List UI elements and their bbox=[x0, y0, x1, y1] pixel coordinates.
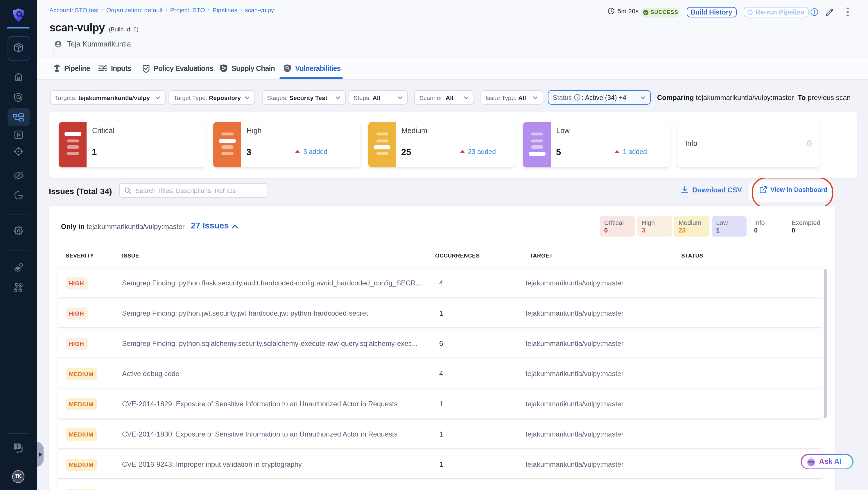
svg-text:?: ? bbox=[16, 444, 19, 449]
